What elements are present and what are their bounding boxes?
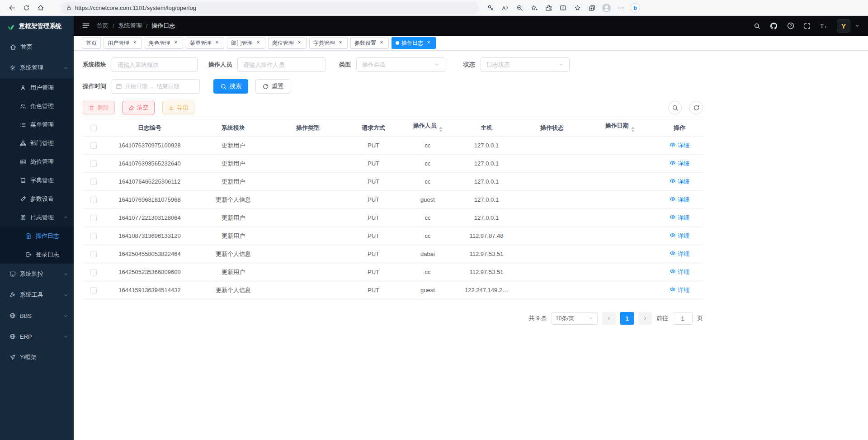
sidebar-item-system-monitor[interactable]: 系统监控 [0, 264, 74, 284]
user-menu-caret-icon[interactable] [854, 23, 860, 28]
sort-icon[interactable] [631, 125, 635, 134]
detail-link[interactable]: 详细 [670, 196, 689, 204]
delete-button[interactable]: 删除 [83, 101, 115, 114]
detail-link[interactable]: 详细 [670, 286, 689, 294]
tab-home[interactable]: 首页 [82, 37, 101, 49]
sidebar-item-log-mgmt[interactable]: 日志管理 [0, 208, 74, 227]
detail-link[interactable]: 详细 [670, 232, 689, 240]
detail-link[interactable]: 详细 [670, 214, 689, 222]
zoom-out-icon[interactable] [512, 1, 527, 14]
user-avatar[interactable]: Y [837, 19, 850, 33]
tab-menu-mgmt[interactable]: 菜单管理× [186, 37, 224, 49]
address-bar[interactable]: https://ccnetcore.com:1101/system/log/op… [61, 2, 479, 14]
column-header[interactable]: 操作日期 [584, 119, 656, 137]
sidebar-item-bbs[interactable]: BBS [0, 305, 74, 326]
sidebar-item-param-settings[interactable]: 参数设置 [0, 189, 74, 208]
sidebar-item-role-mgmt[interactable]: 角色管理 [0, 97, 74, 115]
close-tab-icon[interactable]: × [296, 40, 302, 46]
browser-back-button[interactable] [5, 1, 19, 14]
sort-icon[interactable] [439, 125, 443, 134]
next-page-button[interactable] [638, 312, 652, 325]
row-checkbox[interactable] [90, 215, 97, 221]
close-tab-icon[interactable]: × [425, 40, 432, 46]
split-screen-icon[interactable] [556, 1, 570, 14]
row-checkbox[interactable] [90, 179, 97, 185]
operator-filter-input[interactable] [237, 57, 326, 72]
add-favorite-icon[interactable] [527, 1, 541, 14]
collections-icon[interactable] [585, 1, 599, 14]
sidebar-item-erp[interactable]: ERP [0, 326, 74, 347]
extensions-icon[interactable] [541, 1, 556, 14]
font-size-icon[interactable]: TT [820, 22, 827, 29]
header-search-icon[interactable] [754, 23, 760, 29]
tab-role-mgmt[interactable]: 角色管理× [145, 37, 183, 49]
tab-dict-mgmt[interactable]: 字典管理× [309, 37, 348, 49]
close-tab-icon[interactable]: × [173, 40, 179, 46]
help-icon[interactable]: ? [787, 22, 794, 29]
browser-home-button[interactable] [33, 1, 48, 14]
date-range-picker[interactable]: 开始日期 - 结束日期 [112, 79, 200, 94]
page-1-button[interactable]: 1 [620, 312, 634, 325]
search-button[interactable]: 搜索 [213, 79, 248, 94]
tab-post-mgmt[interactable]: 岗位管理× [268, 37, 307, 49]
breadcrumb-item[interactable]: 系统管理 [118, 22, 142, 30]
select-all-checkbox[interactable] [90, 125, 97, 131]
sidebar-item-post-mgmt[interactable]: 岗位管理 [0, 152, 74, 171]
tab-oper-log[interactable]: 操作日志× [392, 37, 436, 49]
browser-more-menu-icon[interactable] [613, 1, 628, 14]
sidebar-collapse-button[interactable] [82, 22, 90, 30]
row-checkbox[interactable] [90, 233, 97, 239]
favorites-icon[interactable] [570, 1, 585, 14]
module-filter-input[interactable] [112, 57, 198, 72]
column-header[interactable]: 操作人员 [403, 119, 453, 137]
github-icon[interactable] [770, 22, 778, 30]
status-filter-select[interactable]: 日志状态 [481, 57, 570, 72]
sidebar-item-home[interactable]: 首页 [0, 37, 74, 57]
detail-link[interactable]: 详细 [670, 178, 689, 186]
detail-link[interactable]: 详细 [670, 142, 689, 150]
tab-user-mgmt[interactable]: 用户管理× [104, 37, 142, 49]
close-tab-icon[interactable]: × [214, 40, 220, 46]
close-tab-icon[interactable]: × [255, 40, 261, 46]
breadcrumb-item[interactable]: 首页 [97, 22, 108, 30]
sidebar-item-dict-mgmt[interactable]: 字典管理 [0, 171, 74, 189]
type-filter-select[interactable]: 操作类型 [356, 57, 445, 72]
row-checkbox[interactable] [90, 287, 97, 293]
sidebar-item-menu-mgmt[interactable]: 菜单管理 [0, 115, 74, 134]
row-checkbox[interactable] [90, 142, 97, 149]
prev-page-button[interactable] [602, 312, 616, 325]
password-key-icon[interactable] [483, 1, 498, 14]
sidebar-item-system-mgmt[interactable]: 系统管理 [0, 57, 74, 78]
close-tab-icon[interactable]: × [132, 40, 138, 46]
detail-link[interactable]: 详细 [670, 268, 689, 276]
sidebar-item-system-tools[interactable]: 系统工具 [0, 284, 74, 305]
delete-button-label: 删除 [97, 104, 109, 112]
refresh-table-button[interactable] [689, 101, 703, 114]
sidebar-item-oper-log[interactable]: 操作日志 [0, 227, 74, 245]
row-checkbox[interactable] [90, 269, 97, 275]
page-size-select[interactable]: 10条/页 [552, 312, 598, 325]
row-checkbox[interactable] [90, 251, 97, 257]
tab-dept-mgmt[interactable]: 部门管理× [227, 37, 265, 49]
row-checkbox[interactable] [90, 161, 97, 167]
browser-profile-avatar[interactable] [599, 1, 613, 14]
tab-param-settings[interactable]: 参数设置× [350, 37, 389, 49]
reset-button[interactable]: 重置 [255, 79, 290, 94]
sidebar-item-yi-framework[interactable]: Yi框架 [0, 347, 74, 368]
sidebar-item-user-mgmt[interactable]: 用户管理 [0, 78, 74, 97]
close-tab-icon[interactable]: × [337, 40, 344, 46]
export-button[interactable]: 导出 [162, 101, 194, 114]
detail-link[interactable]: 详细 [670, 250, 689, 258]
detail-link[interactable]: 详细 [670, 160, 689, 168]
fullscreen-icon[interactable] [804, 23, 811, 29]
goto-page-input[interactable] [673, 312, 693, 325]
sidebar-item-login-log[interactable]: 登录日志 [0, 245, 74, 264]
close-tab-icon[interactable]: × [378, 40, 385, 46]
bing-icon[interactable]: b [628, 1, 642, 14]
toggle-search-button[interactable] [668, 101, 682, 114]
sidebar-item-dept-mgmt[interactable]: 部门管理 [0, 134, 74, 152]
clear-button[interactable]: 清空 [123, 101, 155, 114]
row-checkbox[interactable] [90, 197, 97, 203]
browser-refresh-button[interactable] [19, 1, 33, 14]
read-aloud-icon[interactable]: A [498, 1, 512, 14]
